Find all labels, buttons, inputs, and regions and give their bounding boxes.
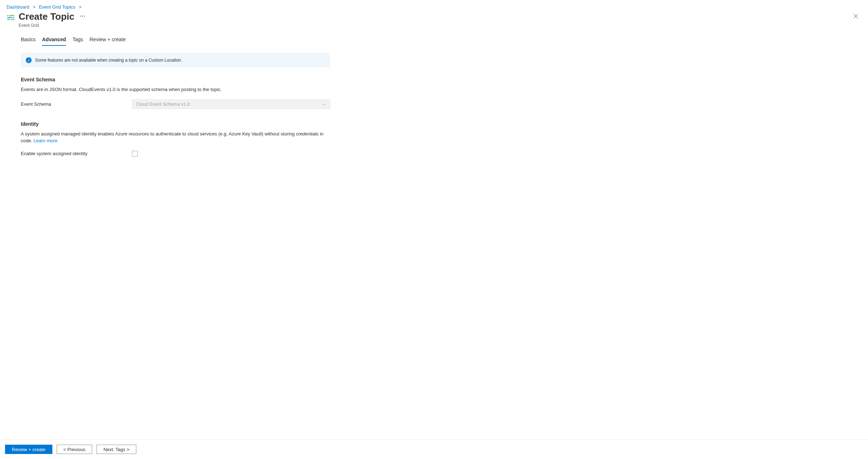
- label-event-schema: Event Schema: [21, 101, 132, 107]
- breadcrumb-separator: >: [33, 4, 36, 10]
- info-banner: i Some features are not available when c…: [21, 53, 330, 67]
- breadcrumb-link-dashboard[interactable]: Dashboard: [6, 4, 29, 10]
- tab-advanced[interactable]: Advanced: [42, 34, 66, 46]
- breadcrumb-link-event-grid-topics[interactable]: Event Grid Topics: [39, 4, 75, 10]
- svg-rect-4: [12, 17, 13, 18]
- info-banner-text: Some features are not available when cre…: [35, 58, 182, 63]
- next-button[interactable]: Next: Tags >: [96, 445, 136, 454]
- svg-rect-0: [7, 15, 14, 16]
- tab-content: i Some features are not available when c…: [0, 53, 352, 157]
- tab-tags[interactable]: Tags: [72, 34, 83, 46]
- select-event-schema-value: Cloud Event Schema v1.0: [136, 101, 190, 107]
- review-create-button[interactable]: Review + create: [5, 445, 52, 454]
- breadcrumb: Dashboard > Event Grid Topics >: [0, 0, 868, 11]
- chevron-down-icon: [322, 102, 326, 106]
- tabs: Basics Advanced Tags Review + create: [0, 34, 868, 46]
- svg-rect-3: [9, 15, 10, 16]
- info-icon: i: [26, 57, 32, 63]
- tab-review-create[interactable]: Review + create: [90, 34, 126, 46]
- page-subtitle: Event Grid: [19, 23, 86, 28]
- svg-rect-5: [10, 19, 11, 20]
- more-actions-button[interactable]: ⋯: [80, 13, 86, 19]
- checkbox-enable-identity[interactable]: [132, 151, 138, 157]
- learn-more-link[interactable]: Learn more: [33, 138, 57, 143]
- section-desc-event-schema: Events are in JSON format. CloudEvents v…: [21, 86, 329, 93]
- section-title-identity: Identity: [21, 121, 331, 127]
- label-enable-identity: Enable system assigned identity: [21, 151, 132, 156]
- form-row-event-schema: Event Schema Cloud Event Schema v1.0: [21, 100, 331, 109]
- close-button[interactable]: [852, 13, 859, 20]
- footer-bar: Review + create < Previous Next: Tags >: [0, 439, 868, 459]
- svg-rect-1: [7, 17, 14, 18]
- event-grid-topic-icon: [6, 13, 15, 22]
- section-desc-identity: A system assigned managed identity enabl…: [21, 130, 329, 144]
- section-title-event-schema: Event Schema: [21, 77, 331, 82]
- select-event-schema: Cloud Event Schema v1.0: [132, 100, 330, 109]
- page-header: Create Topic ⋯ Event Grid: [0, 11, 868, 34]
- previous-button[interactable]: < Previous: [57, 445, 93, 454]
- form-row-identity-checkbox: Enable system assigned identity: [21, 151, 331, 157]
- breadcrumb-separator: >: [79, 4, 82, 10]
- page-title: Create Topic: [19, 11, 75, 22]
- tab-basics[interactable]: Basics: [21, 34, 36, 46]
